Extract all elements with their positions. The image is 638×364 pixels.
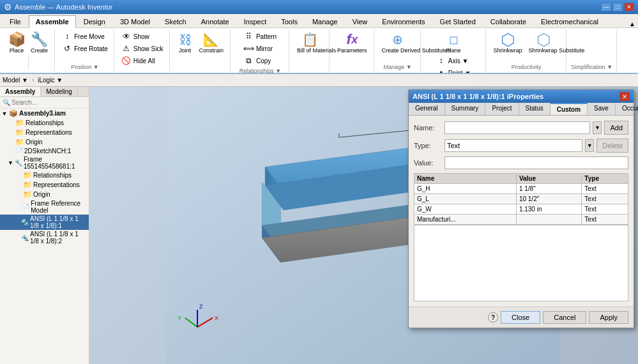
parameters-group: fx Parameters (331, 29, 374, 72)
free-rotate-btn[interactable]: ↺ Free Rotate (60, 43, 110, 54)
tree-item[interactable]: 🔩 ANSI (L 1 1/8 x 1 1/8 x 1/8):1 (0, 215, 89, 230)
table-row[interactable]: G_H 1 1/8" Text (414, 184, 628, 194)
tree-item[interactable]: 📄 Frame Reference Model (0, 199, 89, 215)
tab-collaborate[interactable]: Collaborate (483, 15, 533, 27)
value-input-group (444, 156, 628, 169)
dialog-tab-status[interactable]: Status (519, 103, 551, 115)
tree-item[interactable]: 📁 Representations (0, 128, 89, 137)
shrinkwrap-btn[interactable]: ⬡ Shrinkwrap (491, 31, 525, 55)
type-dropdown-btn[interactable]: ▼ (585, 139, 594, 152)
addr-separator: › (32, 77, 34, 84)
mirror-btn[interactable]: ⟺ Mirror (242, 43, 278, 54)
free-move-btn[interactable]: ↕ Free Move (60, 31, 110, 42)
sketch-icon: 📄 (15, 148, 23, 155)
dialog-tab-general[interactable]: General (409, 103, 445, 115)
free-rotate-label: Free Rotate (74, 45, 108, 52)
place-btn[interactable]: 📦 Place (6, 31, 27, 55)
create-icon: 🔧 (32, 32, 47, 47)
shrinkwrap-substitute-btn[interactable]: ⬡ Shrinkwrap Substitute (526, 31, 562, 55)
name-dropdown-btn[interactable]: ▼ (593, 121, 602, 134)
hide-all-btn[interactable]: 🚫 Hide All (119, 55, 165, 66)
tab-electro[interactable]: Electromechanical (534, 15, 605, 27)
axis-btn[interactable]: ↕ Axis ▼ (434, 55, 473, 66)
svg-text:X: X (215, 315, 218, 321)
tree-item-label: ANSI (L 1 1/8 x 1 1/8 x 1/8):2 (30, 231, 87, 245)
add-btn[interactable]: Add (604, 121, 628, 135)
tab-view[interactable]: View (346, 15, 375, 27)
dialog-title-bar: ANSI (L 1 1/8 x 1 1/8 x 1/8):1 iProperti… (409, 90, 634, 103)
sidebar-tab-modeling[interactable]: Modeling (41, 87, 78, 96)
productivity-label: Productivity (512, 63, 542, 70)
tree-item-label: Origin (26, 139, 43, 146)
dialog-close-btn[interactable]: ✕ (619, 92, 630, 101)
tab-getstarted[interactable]: Get Started (433, 15, 483, 27)
tree-item-label: Relationships (33, 172, 72, 179)
expand-icon: ▼ (8, 160, 13, 166)
apply-dialog-btn[interactable]: Apply (589, 311, 628, 324)
value-input[interactable] (444, 156, 628, 169)
dialog-tab-occurrence[interactable]: Occurrence (616, 103, 638, 115)
tab-design[interactable]: Design (77, 15, 112, 27)
tree-item[interactable]: ▼ 📦 Assembly3.iam (0, 109, 89, 118)
joint-buttons: ⛓ Joint 📐 Constrain (175, 31, 227, 55)
help-btn[interactable]: ? (488, 312, 498, 322)
tab-manage[interactable]: Manage (305, 15, 345, 27)
derived-btn[interactable]: ⊕ Create Derived Substitutes (379, 31, 416, 55)
tree-item[interactable]: 🔩 ANSI (L 1 1/8 x 1 1/8 x 1/8):2 (0, 230, 89, 245)
table-row[interactable]: G_L 10 1/2" Text (414, 194, 628, 204)
tree-item[interactable]: 📁 Origin (0, 190, 89, 199)
tree-item[interactable]: ▼ 🔧 Frame 1551455458681:1 (0, 155, 89, 171)
tab-annotate[interactable]: Annotate (194, 15, 236, 27)
point-btn[interactable]: • Point ▼ (434, 67, 473, 74)
tab-tools[interactable]: Tools (274, 15, 305, 27)
cancel-dialog-btn[interactable]: Cancel (543, 311, 586, 324)
dialog-tab-custom[interactable]: Custom (551, 103, 588, 115)
hide-all-icon: 🚫 (121, 56, 132, 66)
sidebar-tab-assembly[interactable]: Assembly (0, 87, 41, 96)
address-bar: Model ▼ › iLogic ▼ (0, 74, 638, 87)
pattern-btn[interactable]: ⠿ Pattern (242, 31, 278, 42)
tab-inspect[interactable]: Inspect (237, 15, 273, 27)
dialog-tab-project[interactable]: Project (485, 103, 519, 115)
close-dialog-btn[interactable]: Close (501, 311, 540, 324)
tree-item[interactable]: 📁 Origin (0, 137, 89, 147)
tree-item[interactable]: 📁 Relationships (0, 118, 89, 128)
name-input[interactable] (444, 121, 590, 134)
dialog-tab-save[interactable]: Save (588, 103, 616, 115)
tab-assemble[interactable]: Assemble (29, 15, 76, 28)
minimize-btn[interactable]: — (601, 3, 611, 11)
plane-btn[interactable]: ◻ Plane (443, 31, 464, 55)
parameters-btn[interactable]: fx Parameters (335, 31, 370, 55)
table-row[interactable]: G_W 1.130 in Text (414, 204, 628, 215)
search-input[interactable] (10, 98, 86, 107)
delete-btn[interactable]: Delete (596, 139, 628, 153)
joint-btn[interactable]: ⛓ Joint (175, 31, 195, 55)
tab-environments[interactable]: Environments (375, 15, 432, 27)
tab-file[interactable]: File (3, 15, 28, 27)
show-sick-btn[interactable]: ⚠ Show Sick (119, 43, 165, 54)
ilogic-segment[interactable]: iLogic ▼ (38, 77, 63, 84)
tab-3dmodel[interactable]: 3D Model (113, 15, 157, 27)
table-row[interactable]: Manufacturi... Text (414, 215, 628, 225)
expand-icon (15, 192, 22, 198)
tab-sketch[interactable]: Sketch (158, 15, 194, 27)
create-btn[interactable]: 🔧 Create (28, 31, 50, 55)
maximize-btn[interactable]: □ (612, 3, 623, 11)
show-btn[interactable]: 👁 Show (119, 31, 165, 42)
close-btn[interactable]: ✕ (624, 3, 634, 11)
dialog-tab-summary[interactable]: Summary (445, 103, 486, 115)
type-input[interactable] (444, 139, 582, 152)
title-bar-controls: — □ ✕ (601, 3, 634, 11)
model-segment[interactable]: Model ▼ (3, 77, 28, 84)
ribbon-expand-icon[interactable]: ▲ (629, 20, 635, 27)
name-field-label: Name: (414, 124, 442, 132)
ribbon-tab-bar: File Assemble Design 3D Model Sketch Ann… (0, 14, 638, 28)
mirror-icon: ⟺ (244, 43, 254, 54)
tree-item[interactable]: 📄 2DSketchNCH:1 (0, 147, 89, 155)
tree-item[interactable]: 📁 Relationships (0, 171, 89, 180)
tree-item[interactable]: 📁 Representations (0, 180, 89, 190)
copy-btn[interactable]: ⧉ Copy (242, 55, 278, 66)
show-icon: 👁 (121, 31, 132, 42)
constrain-btn[interactable]: 📐 Constrain (197, 31, 227, 55)
bom-btn[interactable]: 📋 Bill of Materials (294, 31, 325, 55)
